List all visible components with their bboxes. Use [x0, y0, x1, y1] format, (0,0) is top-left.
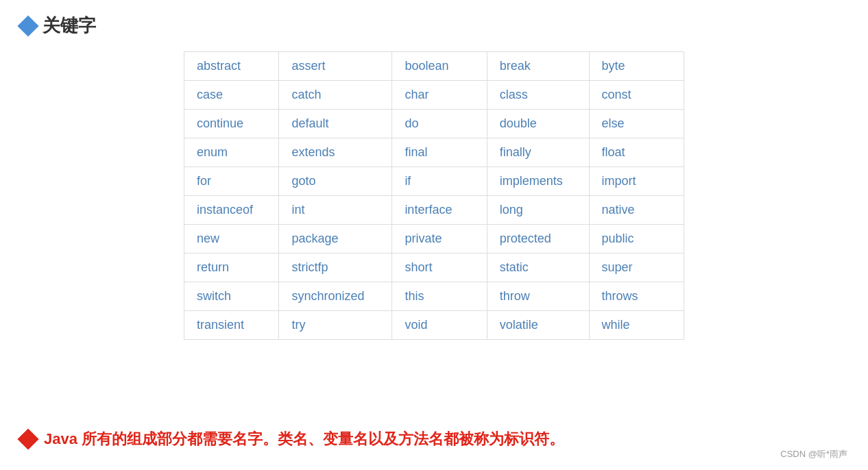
keyword-cell: import — [589, 167, 684, 196]
table-row: switchsynchronizedthisthrowthrows — [184, 282, 684, 311]
table-row: abstractassertbooleanbreakbyte — [184, 52, 684, 81]
keyword-cell: package — [279, 225, 392, 253]
keyword-cell: extends — [279, 138, 392, 167]
keyword-cell: byte — [589, 52, 684, 81]
keyword-cell: break — [487, 52, 589, 81]
keyword-cell: const — [589, 81, 684, 110]
keyword-cell: double — [487, 110, 589, 138]
keyword-cell: volatile — [487, 311, 589, 340]
keyword-cell: catch — [279, 81, 392, 110]
keyword-cell: finally — [487, 138, 589, 167]
keyword-cell: this — [392, 282, 487, 311]
table-row: enumextendsfinalfinallyfloat — [184, 138, 684, 167]
keyword-cell: try — [279, 311, 392, 340]
keyword-cell: boolean — [392, 52, 487, 81]
keyword-cell: final — [392, 138, 487, 167]
keyword-cell: void — [392, 311, 487, 340]
keyword-cell: assert — [279, 52, 392, 81]
keyword-cell: if — [392, 167, 487, 196]
keyword-cell: native — [589, 196, 684, 225]
keyword-cell: transient — [184, 311, 279, 340]
keyword-cell: return — [184, 253, 279, 282]
keyword-cell: static — [487, 253, 589, 282]
keyword-cell: enum — [184, 138, 279, 167]
keyword-cell: strictfp — [279, 253, 392, 282]
table-row: casecatchcharclassconst — [184, 81, 684, 110]
keyword-cell: throws — [589, 282, 684, 311]
keyword-cell: private — [392, 225, 487, 253]
keywords-table-wrapper: abstractassertbooleanbreakbytecasecatchc… — [21, 51, 847, 340]
keyword-cell: goto — [279, 167, 392, 196]
keywords-table: abstractassertbooleanbreakbytecasecatchc… — [184, 51, 684, 340]
keyword-cell: public — [589, 225, 684, 253]
diamond-icon-red — [17, 428, 38, 449]
keyword-cell: class — [487, 81, 589, 110]
keyword-cell: continue — [184, 110, 279, 138]
keyword-cell: int — [279, 196, 392, 225]
diamond-icon — [17, 15, 38, 36]
keyword-cell: interface — [392, 196, 487, 225]
keyword-cell: throw — [487, 282, 589, 311]
keyword-cell: default — [279, 110, 392, 138]
keyword-cell: do — [392, 110, 487, 138]
keyword-cell: case — [184, 81, 279, 110]
keyword-cell: short — [392, 253, 487, 282]
page-title: 关键字 — [43, 14, 96, 38]
keyword-cell: switch — [184, 282, 279, 311]
table-row: returnstrictfpshortstaticsuper — [184, 253, 684, 282]
keyword-cell: protected — [487, 225, 589, 253]
table-row: continuedefaultdodoubleelse — [184, 110, 684, 138]
watermark: CSDN @听*雨声 — [780, 448, 847, 460]
keyword-cell: float — [589, 138, 684, 167]
keyword-cell: else — [589, 110, 684, 138]
keyword-cell: long — [487, 196, 589, 225]
title-row: 关键字 — [21, 14, 847, 38]
keyword-cell: while — [589, 311, 684, 340]
keyword-cell: for — [184, 167, 279, 196]
keyword-cell: super — [589, 253, 684, 282]
bottom-note: Java 所有的组成部分都需要名字。类名、变量名以及方法名都被称为标识符。 — [21, 429, 827, 449]
table-row: forgotoifimplementsimport — [184, 167, 684, 196]
keyword-cell: synchronized — [279, 282, 392, 311]
keyword-cell: new — [184, 225, 279, 253]
page-container: 关键字 abstractassertbooleanbreakbytecaseca… — [0, 0, 868, 470]
keyword-cell: char — [392, 81, 487, 110]
table-row: transienttryvoidvolatilewhile — [184, 311, 684, 340]
keyword-cell: implements — [487, 167, 589, 196]
table-row: newpackageprivateprotectedpublic — [184, 225, 684, 253]
keyword-cell: abstract — [184, 52, 279, 81]
table-row: instanceofintinterfacelongnative — [184, 196, 684, 225]
keyword-cell: instanceof — [184, 196, 279, 225]
note-text: Java 所有的组成部分都需要名字。类名、变量名以及方法名都被称为标识符。 — [44, 429, 564, 449]
